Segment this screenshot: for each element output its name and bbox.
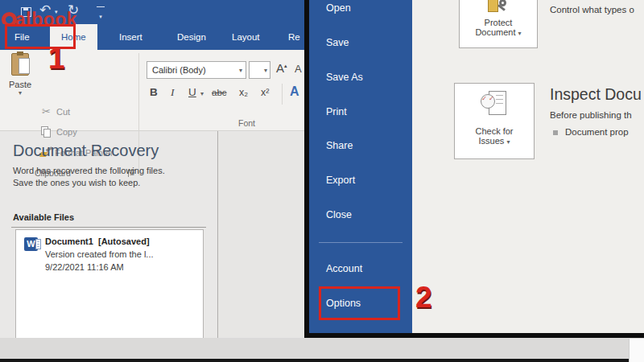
protect-caret-icon (518, 30, 522, 37)
bottom-right-panel (629, 339, 644, 362)
bold-button[interactable]: B (150, 86, 158, 98)
available-files-heading: Available Files (13, 212, 74, 222)
document-workspace (218, 132, 304, 338)
tab-insert[interactable]: Insert (119, 24, 142, 50)
backstage-item-print[interactable]: Print (326, 106, 347, 117)
backstage-menu-divider (319, 242, 402, 243)
font-divider (282, 84, 283, 105)
font-name-caret-icon (239, 67, 246, 74)
protect-document-icon (486, 0, 510, 15)
protect-label-line2: Document (475, 27, 521, 37)
check-caret-icon (506, 138, 510, 146)
paste-button[interactable]: Paste (5, 53, 35, 114)
inspect-bullet-item: Document prop (565, 127, 629, 137)
annotation-box-options (319, 286, 400, 320)
file-version-desc: Version created from the l... (45, 249, 154, 259)
protect-description: Control what types o (550, 5, 634, 14)
tab-references[interactable]: Re (288, 24, 300, 50)
file-name: Document1 [Autosaved] (45, 237, 150, 246)
available-files-divider (11, 227, 206, 228)
copy-button[interactable]: Copy (56, 127, 77, 137)
font-size-combo[interactable] (249, 61, 270, 79)
subscript-button[interactable]: x₂ (239, 87, 248, 98)
inspect-document-heading: Inspect Docu (550, 85, 642, 104)
backstage-item-close[interactable]: Close (326, 209, 352, 220)
font-name-combo[interactable]: Calibri (Body) (147, 61, 246, 79)
strikethrough-button[interactable]: abc (212, 88, 227, 97)
check-label-line1: Check for (475, 126, 513, 136)
check-for-issues-icon: ✓ ✓ (481, 91, 508, 123)
cut-button[interactable]: Cut (56, 107, 70, 117)
backstage-item-save[interactable]: Save (326, 37, 349, 48)
backstage-item-open[interactable]: Open (326, 2, 351, 14)
font-group-label: Font (238, 118, 255, 128)
underline-button[interactable]: U (188, 86, 196, 98)
annotation-number-1: 1 (48, 42, 65, 76)
check-label-line2: Issues (479, 136, 510, 146)
bottom-border (0, 359, 629, 362)
word-file-icon: W (24, 237, 38, 251)
paste-clipboard-icon (11, 53, 29, 76)
recovery-desc-line1: Word has recovered the following files. (13, 166, 165, 175)
tab-design[interactable]: Design (177, 24, 206, 50)
customize-qat-icon[interactable]: ▾ (97, 6, 105, 22)
backstage-item-save-as[interactable]: Save As (326, 72, 363, 83)
font-size-caret-icon (264, 67, 270, 74)
font-name-value: Calibri (Body) (147, 65, 239, 75)
protect-document-button[interactable]: Protect Document (459, 0, 538, 48)
bullet-icon (553, 130, 558, 135)
annotation-number-2: 2 (415, 281, 432, 315)
grow-font-button[interactable]: A▴ (276, 61, 287, 75)
check-for-issues-button[interactable]: ✓ ✓ Check for Issues (454, 83, 535, 159)
tab-layout[interactable]: Layout (232, 24, 260, 50)
backstage-item-account[interactable]: Account (326, 263, 362, 274)
file-date: 9/22/2021 11:16 AM (45, 262, 124, 272)
superscript-button[interactable]: x² (261, 87, 269, 98)
document-recovery-title: Document Recovery (13, 142, 159, 160)
text-effects-button[interactable]: A (290, 84, 299, 99)
paste-label: Paste (9, 80, 31, 89)
inspect-description: Before publishing th (550, 110, 632, 120)
italic-button[interactable]: I (171, 86, 175, 99)
backstage-item-export[interactable]: Export (326, 175, 355, 186)
protect-label-line1: Protect (485, 18, 513, 27)
recovery-desc-line2: Save the ones you wish to keep. (13, 178, 140, 187)
cut-icon[interactable]: ✂ (42, 105, 51, 117)
underline-caret-icon[interactable] (200, 90, 204, 97)
backstage-sidebar: Open Save Save As Print Share Export Clo… (309, 0, 412, 333)
paste-caret-icon (19, 89, 22, 97)
backstage-item-share[interactable]: Share (326, 140, 353, 151)
shrink-font-button[interactable]: A (295, 63, 302, 75)
